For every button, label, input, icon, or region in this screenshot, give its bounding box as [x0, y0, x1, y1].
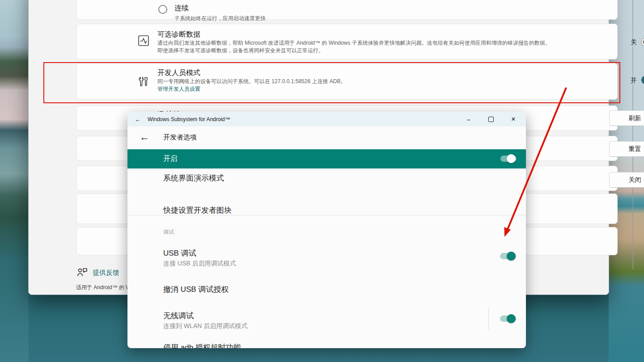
maximize-button[interactable]: [480, 112, 502, 126]
close-button[interactable]: ✕: [502, 112, 525, 126]
desktop: 连续 子系统始终在运行，应用启动速度更快 可选诊断数据 通过向我们发送其他诊断数…: [0, 0, 644, 362]
card-diagnostics: 可选诊断数据 通过向我们发送其他诊断数据，帮助 Microsoft 改进适用于 …: [76, 24, 618, 59]
vertical-divider: [488, 307, 489, 330]
titlebar-back-icon[interactable]: ←: [131, 112, 144, 126]
developer-mode-title: 开发人员模式: [157, 68, 200, 78]
refresh-button[interactable]: 刷新: [609, 110, 644, 126]
diagnostics-desc-1: 通过向我们发送其他诊断数据，帮助 Microsoft 改进适用于 Android…: [157, 39, 551, 47]
android-developer-options-dialog: ← Windows Subsystem for Android™ – ✕ ← 开…: [127, 112, 526, 348]
manage-developer-settings-link[interactable]: 管理开发人员设置: [157, 85, 200, 93]
master-toggle-label: 开启: [163, 154, 178, 164]
dialog-title: Windows Subsystem for Android™: [148, 112, 230, 126]
card-continuous: 连续 子系统始终在运行，应用启动速度更快: [76, 0, 618, 20]
master-toggle-knob[interactable]: [507, 154, 516, 163]
maximize-icon: [488, 117, 494, 122]
item-usb-debug-subtitle: 连接 USB 后启用调试模式: [163, 260, 236, 268]
item-usb-debug-title[interactable]: USB 调试: [163, 248, 196, 258]
minimize-button[interactable]: –: [458, 112, 480, 126]
diagnostics-desc-2: 即使选择不发送可选诊断数据，设备也将同样安全并且可以正常运行。: [157, 47, 324, 55]
card-developer-mode: 开发人员模式 同一专用网络上的设备可以访问子系统。可以在 127.0.0.1:5…: [76, 63, 618, 100]
developer-toggle-label: 开: [625, 77, 637, 85]
diagnostics-toggle-label: 关: [625, 38, 637, 46]
item-demo-mode[interactable]: 系统界面演示模式: [163, 173, 224, 183]
developer-options-title: 开发者选项: [163, 133, 197, 142]
header-back-icon[interactable]: ←: [137, 130, 152, 144]
item-quick-tiles[interactable]: 快捷设置开发者图块: [163, 205, 232, 215]
feedback-icon: [76, 267, 90, 278]
developer-mode-subtitle: 同一专用网络上的设备可以访问子系统。可以在 127.0.0.1:58526 上连…: [157, 78, 346, 85]
close-subsystem-button[interactable]: 关闭: [609, 172, 644, 188]
item-disable-adb-timeout[interactable]: 停用 adb 授权超时功能: [163, 342, 241, 348]
feedback-link[interactable]: 提供反馈: [93, 269, 119, 277]
activity-icon: [137, 35, 150, 46]
continuous-subtitle: 子系统始终在运行，应用启动速度更快: [174, 15, 266, 22]
diagnostics-title: 可选诊断数据: [157, 30, 200, 39]
wireless-debug-toggle-knob[interactable]: [507, 314, 516, 323]
wallpaper-left-strip: [0, 0, 29, 362]
usb-debug-toggle-knob[interactable]: [507, 252, 516, 261]
continuous-title: 连续: [174, 4, 189, 13]
item-wireless-debug-subtitle: 连接到 WLAN 后启用调试模式: [163, 322, 247, 330]
item-wireless-debug-title[interactable]: 无线调试: [163, 311, 194, 321]
dev-tools-icon: [137, 76, 150, 88]
master-toggle-bar[interactable]: 开启: [127, 149, 526, 168]
item-revoke-usb-auth[interactable]: 撤消 USB 调试授权: [163, 284, 229, 295]
reset-button[interactable]: 重置: [609, 141, 644, 157]
section-debug-label: 调试: [163, 228, 174, 236]
divider: [127, 215, 526, 215]
radio-continuous[interactable]: [158, 5, 167, 14]
dialog-titlebar: ← Windows Subsystem for Android™ – ✕: [127, 112, 526, 126]
